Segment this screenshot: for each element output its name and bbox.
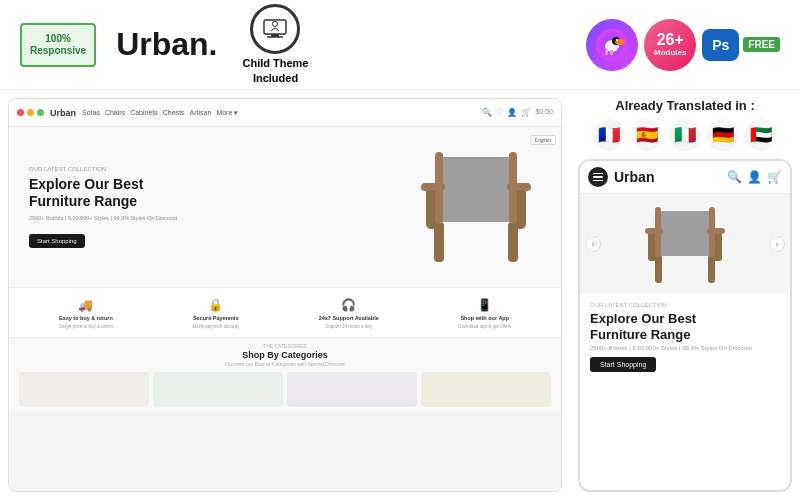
hero-title: Explore Our Best Furniture Range <box>29 176 177 210</box>
browser-menu: Sofas Chairs Cabinets Chests Artisan Mor… <box>82 109 238 117</box>
feature-sub: Download app & get offers <box>458 324 511 329</box>
hero-collection-label: OUR LATEST COLLECTION <box>29 166 177 172</box>
flag-germany: 🇩🇪 <box>707 119 739 151</box>
svg-rect-17 <box>434 222 444 262</box>
feature-item-support: 🎧 24x7 Support Available Support 24 hour… <box>319 298 379 327</box>
mobile-prev-button[interactable]: ‹ <box>585 236 601 252</box>
child-theme-icon <box>250 4 300 54</box>
dot-red <box>17 109 24 116</box>
categories-sub: THE CATEGORIES <box>19 343 551 349</box>
modules-group: 26+ Modules Ps FREE <box>586 19 780 71</box>
svg-point-8 <box>616 39 618 41</box>
svg-rect-11 <box>436 192 516 222</box>
svg-rect-27 <box>655 255 662 283</box>
mobile-logo: Urban <box>614 169 654 185</box>
mobile-menu-icon[interactable] <box>588 167 608 187</box>
feature-label: 24x7 Support Available <box>319 315 379 321</box>
mobile-search-icon[interactable]: 🔍 <box>727 170 742 184</box>
mobile-account-icon[interactable]: 👤 <box>747 170 762 184</box>
menu-line <box>593 180 603 182</box>
category-item-4 <box>421 372 551 407</box>
mobile-cta-button[interactable]: Start Shopping <box>590 357 656 372</box>
svg-rect-28 <box>708 255 715 283</box>
child-theme-text: Child Theme Included <box>242 56 308 85</box>
mobile-content: OUR LATEST COLLECTION Explore Our Best F… <box>580 294 790 380</box>
categories-desc: Discover our Best of Categories with Spe… <box>19 361 551 367</box>
header: 100% Responsive Urban. Child Theme Inclu… <box>0 0 800 90</box>
svg-rect-21 <box>655 234 715 256</box>
dot-green <box>37 109 44 116</box>
desktop-preview: Urban Sofas Chairs Cabinets Chests Artis… <box>8 98 562 492</box>
feature-sub: 100% payment security <box>192 324 239 329</box>
categories-section: THE CATEGORIES Shop By Categories Discov… <box>9 337 561 412</box>
category-item-1 <box>19 372 149 407</box>
svg-point-3 <box>273 22 278 27</box>
mobile-preview: Urban 🔍 👤 🛒 ‹ <box>578 159 792 492</box>
right-panel: Already Translated in : 🇫🇷 🇪🇸 🇮🇹 🇩🇪 🇦🇪 <box>570 90 800 500</box>
feature-item-payments: 🔒 Secure Payments 100% payment security <box>192 298 239 327</box>
mobile-hero-title: Explore Our Best Furniture Range <box>590 311 780 342</box>
ps-group: Ps FREE <box>702 29 780 61</box>
svg-rect-20 <box>509 152 517 224</box>
svg-rect-18 <box>508 222 518 262</box>
feature-sub: Support 24 hours a day <box>325 324 372 329</box>
translated-label: Already Translated in : <box>578 98 792 113</box>
responsive-badge: 100% Responsive <box>20 23 96 67</box>
category-item-3 <box>287 372 417 407</box>
free-tag: FREE <box>743 37 780 52</box>
categories-title: Shop By Categories <box>19 350 551 360</box>
flag-spain: 🇪🇸 <box>631 119 663 151</box>
feature-label: Secure Payments <box>193 315 239 321</box>
preview-features: 🚚 Easy to buy & return Single price to b… <box>9 287 561 337</box>
menu-line <box>593 176 603 178</box>
feature-label: Easy to buy & return <box>59 315 113 321</box>
svg-rect-30 <box>709 207 715 257</box>
child-theme-badge: Child Theme Included <box>242 4 308 85</box>
hero-chair <box>411 137 541 277</box>
svg-rect-22 <box>655 211 715 237</box>
ps-badge: Ps <box>702 29 739 61</box>
main-content: Urban Sofas Chairs Cabinets Chests Artis… <box>0 90 800 500</box>
app-icon: 📱 <box>477 298 492 312</box>
categories-grid <box>19 372 551 407</box>
support-icon: 🎧 <box>341 298 356 312</box>
mobile-hero-subtitle: 2500+ Brands | 6,00,000+ Styles | 99.9% … <box>590 345 780 351</box>
hero-subtitle: 2500+ Brands | 6,00,000+ Styles | 99.9% … <box>29 215 177 221</box>
mobile-collection-label: OUR LATEST COLLECTION <box>590 302 780 308</box>
brand-logo: Urban. <box>116 26 217 63</box>
feature-label: Shop with our App <box>460 315 509 321</box>
delivery-icon: 🚚 <box>78 298 93 312</box>
mobile-header: Urban 🔍 👤 🛒 <box>580 161 790 194</box>
svg-rect-12 <box>436 157 516 195</box>
modules-badge: 26+ Modules <box>644 19 696 71</box>
flag-italy: 🇮🇹 <box>669 119 701 151</box>
mobile-next-button[interactable]: › <box>769 236 785 252</box>
feature-item-app: 📱 Shop with our App Download app & get o… <box>458 298 511 327</box>
dot-yellow <box>27 109 34 116</box>
menu-line <box>593 173 603 175</box>
feature-sub: Single price to buy & return <box>59 324 113 329</box>
toucan-icon <box>586 19 638 71</box>
mobile-hero: ‹ › <box>580 194 790 294</box>
translated-section: Already Translated in : 🇫🇷 🇪🇸 🇮🇹 🇩🇪 🇦🇪 <box>578 98 792 151</box>
browser-nav: Urban Sofas Chairs Cabinets Chests Artis… <box>50 108 238 118</box>
secure-icon: 🔒 <box>208 298 223 312</box>
flag-uae: 🇦🇪 <box>745 119 777 151</box>
svg-rect-19 <box>435 152 443 224</box>
hero-text-area: OUR LATEST COLLECTION Explore Our Best F… <box>9 151 197 263</box>
svg-rect-9 <box>605 50 608 55</box>
preview-hero: OUR LATEST COLLECTION Explore Our Best F… <box>9 127 561 287</box>
browser-bar: Urban Sofas Chairs Cabinets Chests Artis… <box>9 99 561 127</box>
lang-selector[interactable]: English <box>530 135 556 145</box>
flag-france: 🇫🇷 <box>593 119 625 151</box>
mobile-cart-icon[interactable]: 🛒 <box>767 170 782 184</box>
category-item-2 <box>153 372 283 407</box>
svg-rect-29 <box>655 207 661 257</box>
browser-icons: 🔍 ♡ 👤 🛒 $0.00 <box>482 108 553 117</box>
browser-dots <box>17 109 44 116</box>
feature-item-delivery: 🚚 Easy to buy & return Single price to b… <box>59 298 113 327</box>
hero-cta-button[interactable]: Start Shopping <box>29 234 85 248</box>
flags-row: 🇫🇷 🇪🇸 🇮🇹 🇩🇪 🇦🇪 <box>578 119 792 151</box>
mobile-icons: 🔍 👤 🛒 <box>727 170 782 184</box>
svg-rect-10 <box>610 50 613 55</box>
